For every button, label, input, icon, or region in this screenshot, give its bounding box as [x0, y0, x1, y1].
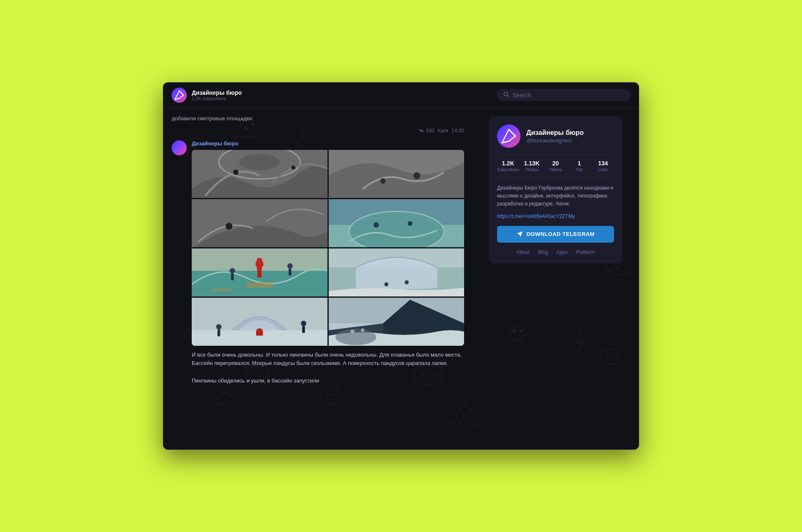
svg-rect-84	[192, 248, 327, 296]
header-channel-info: Дизайнеры бюро 1.2K subscribers	[192, 89, 242, 101]
svg-point-88	[230, 268, 235, 273]
card-avatar	[497, 124, 520, 148]
stat-videos: 20 Videos	[545, 160, 567, 172]
svg-point-72	[292, 165, 296, 170]
message-block: Дизайнеры бюро	[172, 140, 464, 385]
photo-cell-8	[329, 298, 464, 346]
message-author: Катя	[438, 128, 448, 134]
download-telegram-button[interactable]: DOWNLOAD TELEGRAM	[497, 226, 614, 243]
svg-rect-93	[212, 288, 233, 292]
message-body: Дизайнеры бюро	[192, 140, 464, 385]
message-sender: Дизайнеры бюро	[192, 140, 464, 147]
view-count: 330	[426, 128, 434, 134]
search-icon	[503, 91, 509, 99]
svg-point-71	[233, 169, 239, 175]
footer-link-apps[interactable]: Apps	[556, 249, 568, 255]
svg-rect-105	[256, 332, 263, 336]
svg-rect-76	[192, 199, 327, 247]
svg-point-104	[256, 328, 263, 334]
stat-subscribers: 1.2K Subscribers	[497, 160, 519, 172]
svg-rect-91	[289, 269, 291, 275]
svg-point-90	[287, 263, 293, 269]
svg-point-96	[384, 282, 388, 286]
svg-rect-73	[329, 150, 464, 198]
svg-rect-106	[329, 298, 464, 346]
svg-rect-79	[329, 225, 464, 247]
prev-message-text: добавили смотровые площадки.	[172, 114, 464, 126]
message-time: 14:00	[452, 128, 464, 134]
footer-link-blog[interactable]: Blog	[538, 249, 548, 255]
card-channel-details: Дизайнеры бюро @bureaudesigners	[526, 129, 584, 144]
photo-cell-7	[192, 298, 327, 346]
footer-link-about[interactable]: About	[516, 249, 529, 255]
photo-cell-4	[329, 199, 464, 247]
svg-rect-78	[329, 199, 464, 247]
channel-card: Дизайнеры бюро @bureaudesigners 1.2K Sub…	[489, 116, 622, 263]
photo-cell-1	[192, 150, 327, 198]
svg-point-82	[373, 222, 379, 228]
card-description: Дизайнеры Бюро Горбунова делятся находка…	[497, 184, 614, 208]
card-header: Дизайнеры бюро @bureaudesigners	[497, 124, 614, 148]
stat-file: 1 File	[568, 160, 590, 172]
right-panel: Дизайнеры бюро @bureaudesigners 1.2K Sub…	[472, 108, 639, 449]
svg-point-69	[219, 150, 300, 179]
photo-cell-2	[329, 150, 464, 198]
photo-cell-3	[192, 199, 327, 247]
svg-rect-101	[218, 329, 220, 336]
svg-line-66	[508, 96, 509, 97]
app-window: Дизайнеры бюро 1.2K subscribers добавили…	[163, 82, 639, 450]
svg-point-81	[349, 211, 444, 247]
card-channel-name: Дизайнеры бюро	[526, 129, 584, 137]
photo-grid	[192, 150, 464, 346]
photo-cell-6	[329, 248, 464, 296]
svg-rect-89	[231, 273, 233, 280]
svg-point-75	[380, 178, 386, 184]
main-content: добавили смотровые площадки. 330 Катя 14…	[163, 108, 639, 449]
message-views: 330	[419, 128, 434, 134]
stat-photos: 1.13K Photos	[521, 160, 543, 172]
message-text: И все были очень довольны. И только пинг…	[192, 351, 464, 385]
svg-point-109	[350, 329, 354, 334]
svg-rect-87	[257, 268, 261, 277]
card-stats: 1.2K Subscribers 1.13K Photos 20 Videos …	[497, 155, 614, 177]
card-handle: @bureaudesigners	[526, 137, 584, 144]
svg-rect-92	[246, 282, 273, 288]
svg-point-86	[256, 260, 264, 268]
message-meta: 330 Катя 14:00	[172, 128, 464, 134]
header: Дизайнеры бюро 1.2K subscribers	[163, 83, 639, 108]
header-channel-subscribers: 1.2K subscribers	[192, 96, 242, 101]
svg-point-97	[404, 280, 409, 284]
svg-point-74	[413, 172, 420, 179]
svg-point-80	[349, 211, 444, 247]
svg-rect-99	[192, 330, 327, 345]
svg-rect-94	[329, 248, 464, 296]
header-search-area	[322, 89, 630, 101]
svg-point-70	[239, 154, 280, 170]
download-button-label: DOWNLOAD TELEGRAM	[526, 231, 594, 237]
svg-point-110	[361, 328, 364, 332]
svg-rect-98	[192, 298, 327, 346]
stat-links: 134 Links	[592, 160, 614, 172]
svg-rect-95	[329, 267, 464, 296]
card-link[interactable]: https://t.me/+mAb5e4A5xcY2ZTMy	[497, 213, 614, 219]
feed-column[interactable]: добавили смотровые площадки. 330 Катя 14…	[163, 108, 472, 449]
svg-point-102	[301, 321, 306, 326]
header-left: Дизайнеры бюро 1.2K subscribers	[172, 88, 322, 103]
search-input[interactable]	[513, 92, 624, 99]
header-channel-name: Дизайнеры бюро	[192, 89, 242, 96]
search-box[interactable]	[497, 89, 630, 101]
card-footer-links: About Blog Apps Platform	[497, 249, 614, 255]
photo-cell-5	[192, 248, 327, 296]
message-avatar	[172, 140, 187, 155]
telegram-icon	[516, 231, 523, 238]
svg-rect-103	[302, 326, 305, 333]
svg-rect-107	[329, 323, 464, 345]
channel-avatar-header	[172, 88, 187, 103]
svg-point-77	[226, 223, 232, 229]
svg-point-108	[335, 329, 376, 345]
svg-point-100	[216, 324, 221, 329]
svg-rect-85	[192, 271, 327, 296]
svg-point-83	[408, 221, 412, 225]
footer-link-platform[interactable]: Platform	[576, 249, 595, 255]
svg-rect-68	[192, 150, 327, 198]
